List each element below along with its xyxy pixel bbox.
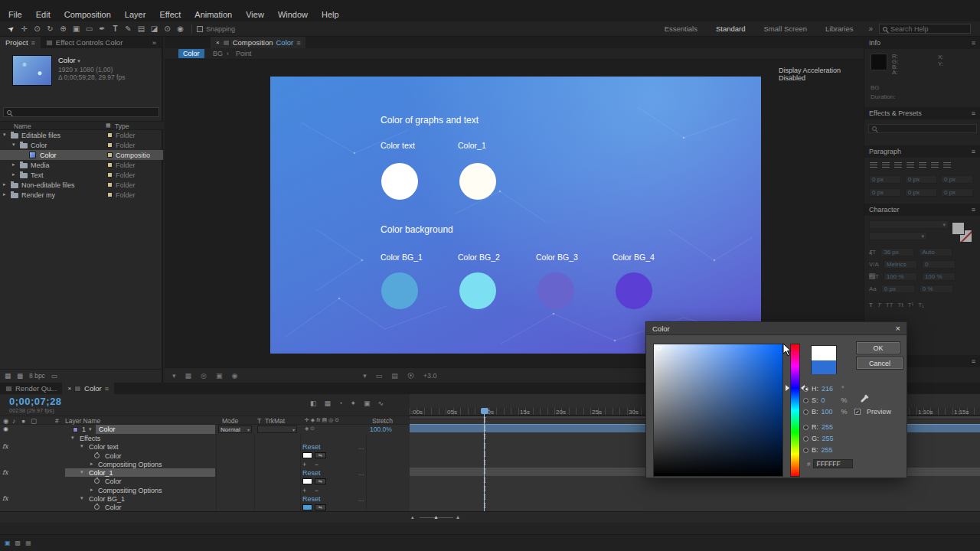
layer-switches[interactable]: ◈ ⊙	[305, 425, 315, 432]
brightness-radio[interactable]	[803, 409, 808, 415]
reset-link[interactable]: Reset	[302, 495, 321, 503]
effect-row-color-text[interactable]: fx ▾ Color text Reset ...	[0, 442, 410, 451]
grid-guides-icon[interactable]: ▦	[185, 372, 192, 380]
twirl-icon[interactable]: ▸	[90, 487, 93, 493]
mode-column-header[interactable]: Mode	[222, 417, 238, 425]
indent-left-field[interactable]: 0 px	[869, 175, 901, 184]
twirl-icon[interactable]: ▾	[12, 142, 15, 148]
twirl-icon[interactable]: ▸	[3, 191, 6, 197]
tab-project[interactable]: Project≡	[0, 37, 41, 48]
show-channel-icon[interactable]: ◉	[231, 372, 237, 380]
solo-column-icon[interactable]: ●	[21, 417, 25, 425]
dialog-close-icon[interactable]: ×	[896, 324, 900, 333]
pan-behind-tool-icon[interactable]: ▣	[70, 24, 83, 33]
layer-twirl-icon[interactable]: ▾	[89, 426, 92, 432]
effects-presets-panel-header[interactable]: Effects & Presets≡	[864, 107, 980, 119]
hex-input[interactable]: FFFFFF	[813, 459, 853, 468]
selected-item-name[interactable]: Color ▾	[58, 56, 80, 64]
tree-row-editable-files[interactable]: ▾ Editable files Folder	[0, 130, 163, 140]
mask-visibility-icon[interactable]: ◎	[201, 372, 207, 380]
tree-row-media[interactable]: ▸ Media Folder	[0, 160, 163, 170]
twirl-icon[interactable]: ▸	[90, 461, 93, 467]
snapping-checkbox[interactable]	[197, 26, 203, 32]
fill-swatch[interactable]	[952, 222, 965, 235]
workspace-tab-libraries[interactable]: Libraries	[816, 24, 862, 33]
add-remove-icons[interactable]: + −	[302, 487, 322, 494]
color-property-swatch[interactable]	[302, 504, 312, 510]
horizontal-scale-field[interactable]: 100 %	[922, 272, 956, 281]
tsume-field[interactable]: 0 %	[920, 285, 953, 293]
twirl-icon[interactable]: ▾	[71, 435, 74, 441]
space-after-field[interactable]: 0 px	[905, 188, 937, 197]
font-family-dropdown[interactable]: ▾	[869, 220, 949, 229]
playhead-handle[interactable]	[481, 408, 488, 414]
video-column-icon[interactable]: ◉	[3, 417, 8, 425]
workspace-overflow-icon[interactable]: »	[862, 24, 879, 33]
green-value[interactable]: 255	[822, 435, 839, 442]
close-tab-icon[interactable]: ×	[216, 39, 220, 46]
stopwatch-icon[interactable]	[94, 478, 100, 484]
transparency-grid-icon[interactable]: ▤	[391, 372, 398, 380]
menu-layer[interactable]: Layer	[118, 8, 153, 21]
tabstrip-overflow-icon[interactable]: »	[147, 37, 162, 48]
green-radio[interactable]	[803, 436, 808, 442]
font-size-field[interactable]: 36 px	[880, 248, 914, 256]
current-timecode[interactable]: 0;00;07;28	[9, 396, 62, 407]
keyframe-marker[interactable]: I	[482, 416, 488, 424]
tab-effect-controls[interactable]: Effect Controls Color	[41, 37, 128, 48]
frame-blending-icon[interactable]: ✦	[350, 399, 356, 407]
hue-marker-left[interactable]	[786, 385, 789, 391]
help-search-input[interactable]: Search Help	[879, 24, 971, 34]
tree-row-render-my[interactable]: ▸ Render my Folder	[0, 190, 163, 200]
close-tab-icon[interactable]: ×	[67, 385, 71, 392]
exposure-value[interactable]: +3.0	[423, 372, 437, 380]
snapshot-icon[interactable]: ▣	[216, 372, 223, 380]
align-center-icon[interactable]	[881, 161, 890, 169]
blue-value[interactable]: 255	[822, 446, 838, 454]
property-row-color[interactable]: Color ⇆	[0, 503, 410, 511]
superscript-icon[interactable]: T¹	[908, 302, 914, 308]
orbit-tool-icon[interactable]: ↻	[44, 24, 57, 33]
all-caps-icon[interactable]: TT	[886, 302, 893, 308]
align-left-icon[interactable]	[869, 161, 878, 169]
stopwatch-icon[interactable]	[94, 453, 100, 458]
saturation-value[interactable]: 0	[822, 396, 838, 404]
trkmat-column-header[interactable]: TrkMat	[265, 417, 285, 425]
keyframe-marker[interactable]: I	[482, 442, 488, 450]
workspace-tab-standard[interactable]: Standard	[707, 24, 755, 33]
stretch-column-header[interactable]: Stretch	[372, 417, 393, 425]
color-picker-mini-icon[interactable]: ⇆	[315, 478, 326, 484]
label-color-chip[interactable]	[107, 152, 113, 158]
magnification-dropdown[interactable]: ▾	[172, 372, 176, 380]
hand-tool-icon[interactable]: ✛	[18, 24, 31, 33]
justify-all-icon[interactable]	[942, 161, 952, 169]
project-search-input[interactable]	[3, 107, 159, 117]
panel-menu-icon[interactable]: ≡	[105, 385, 109, 393]
color-depth-label[interactable]: 8 bpc	[29, 372, 45, 380]
reset-link[interactable]: Reset	[302, 443, 321, 451]
layer-row[interactable]: ◉ 1 ▾ Color Normal▾ ▾ ◈ ⊙ 100.0%	[0, 425, 410, 434]
kerning-field[interactable]: Metrics	[884, 260, 917, 269]
saturation-brightness-field[interactable]	[653, 344, 783, 477]
space-between-field[interactable]: 0 px	[941, 188, 973, 197]
color-picker-mini-icon[interactable]: ⇆	[315, 504, 326, 510]
keyframe-marker[interactable]: I	[482, 425, 488, 432]
font-style-dropdown[interactable]: ▾	[869, 232, 927, 240]
twirl-icon[interactable]: ▸	[3, 181, 6, 187]
keyframe-marker[interactable]: I	[482, 468, 488, 475]
keyframe-marker[interactable]: I	[482, 451, 488, 458]
color-property-swatch[interactable]	[302, 452, 312, 458]
pan-camera-tool-icon[interactable]: ⊕	[57, 24, 70, 33]
saturation-radio[interactable]	[803, 398, 808, 403]
label-color-chip[interactable]	[107, 192, 113, 197]
tree-row-color-folder[interactable]: ▾ Color Folder	[0, 140, 163, 150]
character-panel-header[interactable]: Character≡	[864, 204, 980, 216]
panel-menu-icon[interactable]: ≡	[972, 206, 975, 214]
trash-icon[interactable]: ▭	[51, 372, 57, 380]
panel-menu-icon[interactable]: ≡	[296, 39, 300, 47]
dialog-title-bar[interactable]: Color ×	[646, 322, 906, 335]
blue-radio[interactable]	[803, 448, 808, 453]
resolution-dropdown[interactable]: ▾	[363, 372, 367, 380]
layer-label-chip[interactable]	[73, 427, 78, 432]
menu-file[interactable]: File	[2, 8, 29, 21]
